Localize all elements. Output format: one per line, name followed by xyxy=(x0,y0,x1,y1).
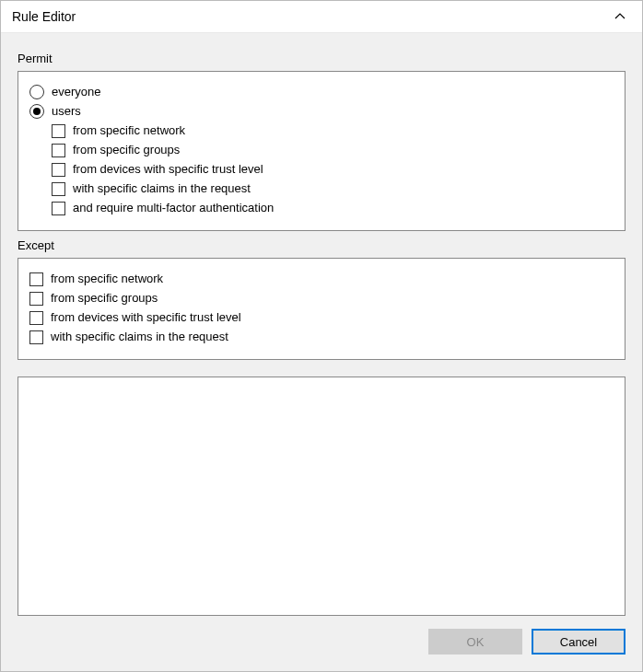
radio-users-label: users xyxy=(52,103,81,120)
permit-check-claims[interactable]: with specific claims in the request xyxy=(52,180,614,197)
checkbox-icon[interactable] xyxy=(29,330,43,344)
ok-button: OK xyxy=(428,629,522,655)
permit-check-network[interactable]: from specific network xyxy=(52,122,614,139)
radio-everyone[interactable] xyxy=(29,85,44,99)
chevron-up-icon[interactable] xyxy=(609,6,631,28)
checkbox-icon[interactable] xyxy=(52,124,65,138)
permit-panel: everyone users from specific network fro… xyxy=(18,71,625,231)
checkbox-icon[interactable] xyxy=(29,292,43,306)
checkbox-label: from specific network xyxy=(73,122,185,139)
checkbox-icon[interactable] xyxy=(52,202,65,215)
dialog-body: Permit everyone users from specific netw… xyxy=(1,33,642,671)
users-suboptions: from specific network from specific grou… xyxy=(52,122,614,216)
window-title: Rule Editor xyxy=(12,9,609,24)
checkbox-label: with specific claims in the request xyxy=(73,180,251,197)
radio-users-row[interactable]: users xyxy=(29,103,614,120)
checkbox-label: from specific groups xyxy=(73,142,180,158)
cancel-button[interactable]: Cancel xyxy=(532,629,625,655)
radio-users[interactable] xyxy=(29,104,44,119)
checkbox-label: from specific groups xyxy=(51,290,158,307)
button-row: OK Cancel xyxy=(18,629,625,655)
except-section-label: Except xyxy=(18,238,625,252)
except-panel: from specific network from specific grou… xyxy=(18,258,625,360)
titlebar: Rule Editor xyxy=(1,1,642,33)
checkbox-icon[interactable] xyxy=(52,144,65,157)
checkbox-icon[interactable] xyxy=(52,182,65,196)
checkbox-label: with specific claims in the request xyxy=(51,329,228,345)
checkbox-icon[interactable] xyxy=(29,272,43,286)
except-check-network[interactable]: from specific network xyxy=(29,271,614,287)
checkbox-label: from devices with specific trust level xyxy=(51,309,241,326)
permit-check-mfa[interactable]: and require multi-factor authentication xyxy=(52,200,614,216)
checkbox-icon[interactable] xyxy=(29,311,43,325)
checkbox-label: and require multi-factor authentication xyxy=(73,200,274,216)
checkbox-label: from specific network xyxy=(51,271,163,287)
checkbox-label: from devices with specific trust level xyxy=(73,161,263,178)
except-check-groups[interactable]: from specific groups xyxy=(29,290,614,307)
permit-section-label: Permit xyxy=(18,52,625,65)
except-check-trust[interactable]: from devices with specific trust level xyxy=(29,309,614,326)
radio-everyone-row[interactable]: everyone xyxy=(29,84,614,100)
permit-check-groups[interactable]: from specific groups xyxy=(52,142,614,158)
radio-everyone-label: everyone xyxy=(52,84,100,100)
permit-check-trust[interactable]: from devices with specific trust level xyxy=(52,161,614,178)
rule-editor-window: Rule Editor Permit everyone users from s… xyxy=(0,0,643,672)
checkbox-icon[interactable] xyxy=(52,163,65,177)
except-check-claims[interactable]: with specific claims in the request xyxy=(29,329,614,345)
details-panel xyxy=(18,377,625,616)
